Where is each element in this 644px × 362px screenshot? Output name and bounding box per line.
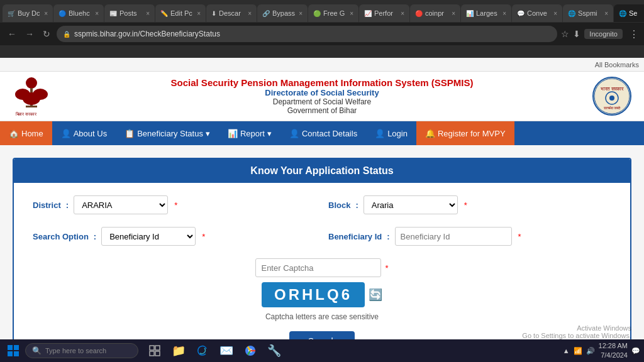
tab-posts[interactable]: 📰Posts× (104, 4, 155, 22)
block-label: Block (328, 200, 350, 210)
taskbar-chrome[interactable] (239, 339, 262, 362)
activate-windows-line1: Activate Windows (522, 324, 631, 332)
register-icon: 🔔 (425, 129, 435, 138)
nav-beneficiary-status[interactable]: 📋 Beneficiary Status ▾ (116, 121, 219, 145)
tab-bypass[interactable]: 🔗Bypass× (257, 4, 308, 22)
search-option-colon: : (94, 232, 96, 241)
taskbar-network-icon: 📶 (574, 347, 582, 355)
captcha-refresh-icon[interactable]: 🔄 (369, 288, 382, 302)
taskbar-apps: 📁 ✉️ 🔧 (143, 339, 286, 362)
navbar: 🏠 Home 👤 About Us 📋 Beneficiary Status ▾… (0, 121, 644, 145)
nav-contact-details[interactable]: 👤 Contact Details (280, 121, 366, 145)
login-icon: 👤 (375, 129, 385, 138)
block-colon: : (355, 200, 358, 210)
reload-button[interactable]: ↻ (40, 28, 53, 40)
nav-report[interactable]: 📊 Report ▾ (219, 121, 280, 145)
tab-sspmi[interactable]: 🌐Sspmi× (563, 4, 613, 22)
taskbar-date-display: 7/4/2024 (599, 351, 628, 360)
address-bar[interactable]: 🔒 sspmis.bihar.gov.in/CheckBeneficiarySt… (57, 26, 557, 42)
svg-point-4 (23, 92, 40, 105)
district-select[interactable]: ARARIA ARWAL AURANGABAD BANKA (74, 195, 168, 214)
district-colon: : (66, 200, 69, 210)
address-bar-row: ← → ↻ 🔒 sspmis.bihar.gov.in/CheckBenefic… (0, 23, 644, 45)
beneficiary-id-group: Beneficiary Id : * (328, 227, 611, 246)
district-label: District (33, 200, 61, 210)
header-sub1: Directorate of Social Security (57, 88, 587, 97)
site-header: बिहार सरकार Social Security Pension Mana… (0, 72, 644, 121)
taskbar-search-icon: 🔍 (32, 346, 42, 355)
svg-rect-16 (150, 346, 154, 350)
contact-icon: 👤 (289, 129, 299, 138)
menu-icon[interactable]: ⋮ (629, 28, 639, 40)
captcha-hint: Captcha letters are case sensitive (265, 312, 379, 321)
forward-button[interactable]: → (23, 28, 36, 40)
back-button[interactable]: ← (5, 28, 19, 40)
report-dropdown-icon: ▾ (267, 129, 272, 138)
taskbar-file-explorer[interactable]: 📁 (167, 339, 190, 362)
logo-left: बिहार सरकार (13, 77, 57, 115)
taskbar-notification[interactable]: 💬 (631, 347, 640, 355)
logo-right: भारत सरकार सत्यमेव जयते (587, 77, 631, 116)
tab-perfor[interactable]: 📈Perfor× (359, 4, 409, 22)
taskbar-time-display: 12:28 AM (599, 341, 628, 351)
taskbar-search-text: Type here to search (45, 347, 106, 354)
tab-bluehc[interactable]: 🔵Bluehc× (53, 4, 104, 22)
main-content: Know Your Application Status District : … (0, 145, 644, 362)
captcha-required: * (385, 263, 388, 273)
taskbar-task-view[interactable] (143, 339, 166, 362)
header-center: Social Security Pension Management Infor… (57, 77, 587, 115)
district-required: * (174, 200, 177, 210)
bookmark-star-icon[interactable]: ☆ (561, 29, 569, 39)
svg-text:बिहार सरकार: बिहार सरकार (15, 111, 37, 116)
tab-free-g[interactable]: 🟢Free G× (308, 4, 358, 22)
svg-point-0 (26, 77, 37, 89)
url-text: sspmis.bihar.gov.in/CheckBeneficiaryStat… (74, 30, 220, 38)
captcha-code: ORHLQ6 (274, 286, 352, 304)
tab-bar: 🛒Buy Dc× 🔵Bluehc× 📰Posts× ✏️Edit Pc× ⬇De… (0, 0, 644, 23)
block-group: Block : Araria Bhargama Forbesganj * (328, 195, 611, 214)
svg-rect-19 (155, 351, 160, 356)
tab-se-active[interactable]: 🌐Se× (614, 4, 644, 22)
tab-larges[interactable]: 📊Larges× (461, 4, 511, 22)
block-select[interactable]: Araria Bhargama Forbesganj (364, 195, 458, 214)
tab-coinpr[interactable]: 🔴coinpr× (410, 4, 460, 22)
taskbar-clock: 12:28 AM 7/4/2024 (599, 341, 628, 361)
start-button[interactable] (4, 342, 23, 359)
report-icon: 📊 (228, 129, 238, 138)
activate-windows-line2: Go to Settings to activate Windows. (522, 332, 631, 339)
nav-home[interactable]: 🏠 Home (0, 121, 52, 145)
search-option-select[interactable]: Beneficiary Id Beneficiary Name Account … (101, 227, 196, 246)
svg-rect-14 (8, 351, 13, 356)
taskbar-edge[interactable] (191, 339, 214, 362)
taskbar-up-arrow[interactable]: ▲ (563, 347, 570, 354)
captcha-input[interactable] (255, 258, 381, 277)
lock-icon: 🔒 (63, 31, 70, 38)
search-option-required: * (202, 232, 205, 241)
home-icon: 🏠 (9, 129, 19, 138)
activate-windows-watermark: Activate Windows Go to Settings to activ… (522, 324, 631, 339)
taskbar-extra-app[interactable]: 🔧 (263, 339, 286, 362)
tab-buy-dc[interactable]: 🛒Buy Dc× (3, 4, 53, 22)
bookmarks-bar: All Bookmarks (0, 58, 644, 72)
captcha-display: ORHLQ6 (262, 282, 365, 307)
svg-rect-13 (14, 345, 19, 350)
taskbar-volume-icon[interactable]: 🔊 (586, 347, 595, 355)
tab-edit-pc[interactable]: ✏️Edit Pc× (155, 4, 206, 22)
tab-conve[interactable]: 💬Conve× (512, 4, 562, 22)
dropdown-icon: ▾ (206, 129, 210, 138)
beneficiary-id-input[interactable] (395, 227, 512, 246)
svg-point-10 (609, 96, 614, 101)
nav-register-mvpy[interactable]: 🔔 Register for MVPY (416, 121, 514, 145)
taskbar-mail[interactable]: ✉️ (215, 339, 238, 362)
taskbar: 🔍 Type here to search 📁 ✉️ 🔧 ▲ 📶 🔊 12:28… (0, 339, 644, 362)
nav-about-us[interactable]: 👤 About Us (52, 121, 116, 145)
district-group: District : ARARIA ARWAL AURANGABAD BANKA… (33, 195, 316, 214)
tab-descar[interactable]: ⬇Descar× (206, 4, 257, 22)
nav-login[interactable]: 👤 Login (366, 121, 416, 145)
header-title: Social Security Pension Management Infor… (57, 77, 587, 88)
svg-rect-12 (8, 345, 13, 350)
download-icon[interactable]: ⬇ (573, 29, 580, 39)
taskbar-search-box[interactable]: 🔍 Type here to search (25, 343, 138, 358)
all-bookmarks-link[interactable]: All Bookmarks (595, 61, 639, 69)
svg-text:भारत सरकार: भारत सरकार (601, 86, 624, 92)
